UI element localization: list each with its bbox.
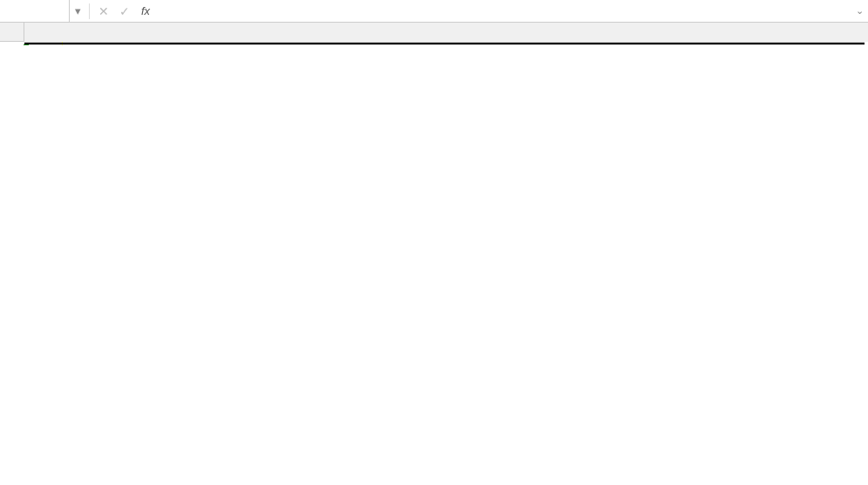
name-box-dropdown-icon[interactable]: ▾ xyxy=(70,4,85,17)
fx-icon[interactable]: fx xyxy=(135,4,156,17)
formula-input[interactable] xyxy=(156,0,851,22)
formula-bar: ▾ ✕ ✓ fx ⌄ xyxy=(0,0,868,23)
cell[interactable] xyxy=(24,44,63,45)
spreadsheet-grid: ✛ xyxy=(0,23,868,45)
column-headers xyxy=(24,23,868,42)
name-box[interactable] xyxy=(0,0,70,22)
cells-area[interactable]: ✛ xyxy=(24,42,868,45)
expand-formula-icon[interactable]: ⌄ xyxy=(851,5,868,17)
footer-cell[interactable] xyxy=(63,44,865,45)
select-all-corner[interactable] xyxy=(0,23,24,42)
separator xyxy=(89,3,90,19)
cancel-icon[interactable]: ✕ xyxy=(93,4,114,18)
enter-icon[interactable]: ✓ xyxy=(114,4,135,18)
